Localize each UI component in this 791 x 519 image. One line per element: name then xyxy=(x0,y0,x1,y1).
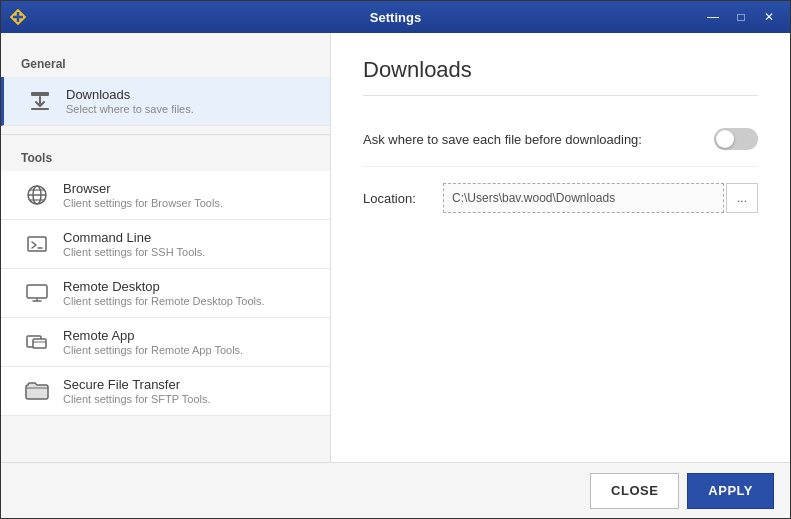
tools-section-label: Tools xyxy=(1,143,330,171)
app-icon xyxy=(9,8,27,26)
sidebar-item-browser-text: Browser Client settings for Browser Tool… xyxy=(63,181,223,209)
sidebar-item-remote-app[interactable]: Remote App Client settings for Remote Ap… xyxy=(1,318,330,367)
remote-desktop-icon xyxy=(21,277,53,309)
sidebar: General Downloads Select where to save f… xyxy=(1,33,331,462)
sidebar-item-sftp-text: Secure File Transfer Client settings for… xyxy=(63,377,211,405)
minimize-button[interactable]: — xyxy=(700,6,726,28)
ask-save-label: Ask where to save each file before downl… xyxy=(363,132,642,147)
close-button[interactable]: CLOSE xyxy=(590,473,679,509)
sidebar-item-downloads-title: Downloads xyxy=(66,87,194,102)
ask-save-row: Ask where to save each file before downl… xyxy=(363,112,758,167)
sidebar-item-remote-desktop-subtitle: Client settings for Remote Desktop Tools… xyxy=(63,295,265,307)
apply-button[interactable]: APPLY xyxy=(687,473,774,509)
sidebar-item-sftp-subtitle: Client settings for SFTP Tools. xyxy=(63,393,211,405)
svg-rect-4 xyxy=(31,108,49,110)
svg-rect-16 xyxy=(33,339,46,348)
sidebar-item-downloads-subtitle: Select where to save files. xyxy=(66,103,194,115)
sidebar-item-browser-subtitle: Client settings for Browser Tools. xyxy=(63,197,223,209)
svg-rect-12 xyxy=(27,285,47,298)
location-label: Location: xyxy=(363,191,443,206)
close-window-button[interactable]: ✕ xyxy=(756,6,782,28)
sidebar-item-browser-title: Browser xyxy=(63,181,223,196)
main-content: General Downloads Select where to save f… xyxy=(1,33,790,462)
maximize-button[interactable]: □ xyxy=(728,6,754,28)
content-title: Downloads xyxy=(363,57,758,96)
commandline-icon xyxy=(21,228,53,260)
sidebar-divider-1 xyxy=(1,134,330,135)
title-bar: Settings — □ ✕ xyxy=(1,1,790,33)
browse-button[interactable]: ... xyxy=(726,183,758,213)
sidebar-item-remote-desktop[interactable]: Remote Desktop Client settings for Remot… xyxy=(1,269,330,318)
sidebar-item-remote-desktop-title: Remote Desktop xyxy=(63,279,265,294)
sidebar-item-remote-app-title: Remote App xyxy=(63,328,243,343)
sidebar-item-remote-app-text: Remote App Client settings for Remote Ap… xyxy=(63,328,243,356)
sidebar-item-command-line-text: Command Line Client settings for SSH Too… xyxy=(63,230,205,258)
footer: CLOSE APPLY xyxy=(1,462,790,518)
location-input[interactable] xyxy=(443,183,724,213)
browser-icon xyxy=(21,179,53,211)
sidebar-item-downloads-text: Downloads Select where to save files. xyxy=(66,87,194,115)
sidebar-item-remote-app-subtitle: Client settings for Remote App Tools. xyxy=(63,344,243,356)
sidebar-item-command-line-title: Command Line xyxy=(63,230,205,245)
sidebar-item-downloads[interactable]: Downloads Select where to save files. xyxy=(1,77,330,126)
window-title: Settings xyxy=(370,10,421,25)
remote-app-icon xyxy=(21,326,53,358)
svg-rect-3 xyxy=(31,92,49,96)
sidebar-item-sftp[interactable]: Secure File Transfer Client settings for… xyxy=(1,367,330,416)
sftp-icon xyxy=(21,375,53,407)
window-controls: — □ ✕ xyxy=(700,6,782,28)
sidebar-item-command-line[interactable]: Command Line Client settings for SSH Too… xyxy=(1,220,330,269)
svg-rect-10 xyxy=(28,237,46,251)
content-panel: Downloads Ask where to save each file be… xyxy=(331,33,790,462)
sidebar-item-sftp-title: Secure File Transfer xyxy=(63,377,211,392)
ask-save-toggle[interactable] xyxy=(714,128,758,150)
sidebar-item-command-line-subtitle: Client settings for SSH Tools. xyxy=(63,246,205,258)
toggle-knob xyxy=(716,130,734,148)
sidebar-item-remote-desktop-text: Remote Desktop Client settings for Remot… xyxy=(63,279,265,307)
download-icon xyxy=(24,85,56,117)
location-row: Location: ... xyxy=(363,167,758,229)
sidebar-item-browser[interactable]: Browser Client settings for Browser Tool… xyxy=(1,171,330,220)
title-bar-left xyxy=(9,8,27,26)
settings-window: Settings — □ ✕ General Downloads xyxy=(0,0,791,519)
general-section-label: General xyxy=(1,49,330,77)
